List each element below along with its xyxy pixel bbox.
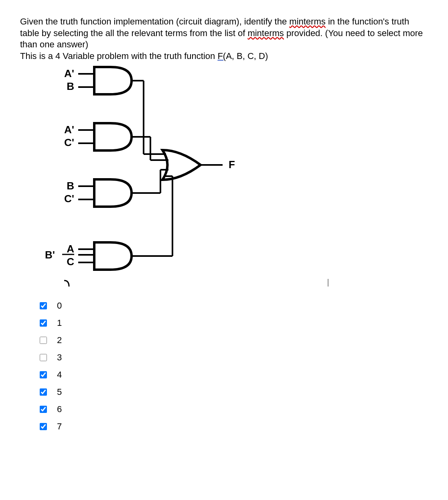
gate2-in1-label: A': [64, 124, 74, 136]
answer-label: 0: [57, 301, 62, 311]
q-part-4: This is a 4 Variable problem with the tr…: [20, 51, 217, 61]
answer-label: 6: [57, 404, 62, 415]
answer-row: 5: [38, 387, 428, 397]
gate4-in2-label: C: [67, 256, 74, 268]
squiggly-word-2: minterms: [247, 28, 284, 38]
answer-label: 2: [57, 335, 62, 346]
q-part-5: A, B, C, D): [226, 51, 268, 61]
answer-label: 7: [57, 421, 62, 432]
gate1-in2-label: B: [67, 80, 74, 92]
function-link: F(: [217, 51, 226, 61]
gate2-in2-label: C': [64, 136, 74, 148]
answer-checkbox-2[interactable]: [40, 337, 47, 344]
answer-label: 3: [57, 352, 62, 363]
squiggly-word-1: minterms: [289, 16, 325, 26]
text-cursor: |: [327, 277, 329, 287]
answer-checkbox-1[interactable]: [40, 319, 47, 327]
gate4-in1-label: A: [67, 243, 74, 255]
answer-checkbox-3[interactable]: [40, 354, 47, 361]
answer-row: 6: [38, 404, 428, 415]
answer-row: 2: [38, 335, 428, 346]
circuit-svg: A' B A' C' B C' B' A C F: [40, 64, 281, 289]
gate1-in1-label: A': [64, 67, 74, 79]
q-part-1: Given the truth function implementation …: [20, 16, 289, 26]
answer-row: 1: [38, 318, 428, 328]
circuit-diagram: A' B A' C' B C' B' A C F: [40, 64, 301, 289]
answer-row: 4: [38, 370, 428, 380]
answer-list: 0 1 2 3 4 5 6 7: [38, 301, 428, 432]
answer-checkbox-7[interactable]: [40, 423, 47, 430]
output-label: F: [229, 159, 235, 171]
answer-row: 7: [38, 421, 428, 432]
gate3-in1-label: B: [67, 180, 74, 192]
answer-checkbox-4[interactable]: [40, 371, 47, 378]
answer-label: 4: [57, 370, 62, 380]
answer-row: 0: [38, 301, 428, 311]
gate4-extra-label: B': [45, 249, 55, 261]
answer-checkbox-5[interactable]: [40, 388, 47, 396]
gate3-in2-label: C': [64, 193, 74, 205]
answer-label: 5: [57, 387, 62, 397]
answer-row: 3: [38, 352, 428, 363]
answer-label: 1: [57, 318, 62, 328]
answer-checkbox-6[interactable]: [40, 406, 47, 413]
question-text: Given the truth function implementation …: [20, 16, 428, 62]
answer-checkbox-0[interactable]: [40, 302, 47, 309]
